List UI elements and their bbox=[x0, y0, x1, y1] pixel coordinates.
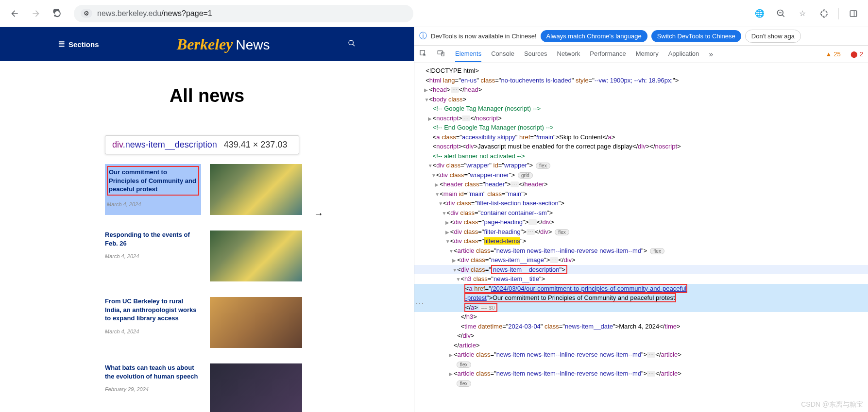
dom-tree-line[interactable]: </h3> bbox=[414, 312, 868, 322]
dont-show-button[interactable]: Don't show aga bbox=[745, 30, 801, 43]
site-logo[interactable]: Berkeley News bbox=[177, 35, 270, 53]
news-item: From UC Berkeley to rural India, an anth… bbox=[105, 289, 309, 356]
dom-tree-line[interactable]: ▼<article class="news-item news-item--in… bbox=[414, 246, 868, 256]
dom-tree-line[interactable]: <!-- alert banner not activated --> bbox=[414, 151, 868, 161]
news-item-image[interactable] bbox=[210, 297, 302, 348]
dom-tree-line[interactable]: ▶<head>⋯</head> bbox=[414, 85, 868, 95]
devtools-tab-performance[interactable]: Performance bbox=[590, 46, 626, 62]
more-tabs-icon[interactable]: » bbox=[709, 50, 713, 59]
hamburger-icon: ☰ bbox=[58, 40, 65, 49]
dom-tree-line[interactable]: <html lang="en-us" class="no-touchevents… bbox=[414, 76, 868, 85]
dom-tree-line[interactable]: </a> == $0 bbox=[414, 303, 868, 313]
news-item-title[interactable]: From UC Berkeley to rural India, an anth… bbox=[105, 297, 201, 323]
news-item-date: February 29, 2024 bbox=[105, 386, 201, 392]
inspect-element-icon[interactable] bbox=[419, 49, 427, 59]
url-bar[interactable]: ⚙ news.berkeley.edu/news?page=1 bbox=[74, 5, 413, 22]
reload-button[interactable] bbox=[49, 5, 66, 22]
elements-tree[interactable]: <!DOCTYPE html> <html lang="en-us" class… bbox=[414, 63, 868, 412]
match-language-button[interactable]: Always match Chrome's language bbox=[541, 30, 647, 42]
search-icon bbox=[348, 39, 356, 47]
devtools-tab-console[interactable]: Console bbox=[491, 46, 514, 62]
news-item-image[interactable] bbox=[210, 363, 302, 412]
devtools-tab-network[interactable]: Network bbox=[557, 46, 580, 62]
dom-tree-line[interactable]: ▼<body class> bbox=[414, 95, 868, 104]
dom-tree-line[interactable]: ▼<div class="news-item__description"> bbox=[414, 265, 868, 275]
dom-tree-line[interactable]: <noscript><div>Javascript must be enable… bbox=[414, 142, 868, 151]
dom-tree-line[interactable]: ▼<main id="main" class="main"> bbox=[414, 189, 868, 199]
switch-language-button[interactable]: Switch DevTools to Chinese bbox=[651, 30, 741, 42]
dom-tree-line[interactable]: <!DOCTYPE html> bbox=[414, 66, 868, 76]
dom-tree-line[interactable]: ▶<div class="page-heading">⋯</div> bbox=[414, 217, 868, 227]
overflow-indicator: ⋯ bbox=[414, 297, 425, 309]
news-item-description: From UC Berkeley to rural India, an anth… bbox=[105, 297, 201, 348]
dom-tree-line[interactable]: ▶<div class="news-item__image">⋯</div> bbox=[414, 255, 868, 265]
dom-tree-line[interactable]: <a class="accessibility skippy" href="#m… bbox=[414, 132, 868, 142]
tooltip-selector: div.news-item__description bbox=[112, 140, 217, 150]
extensions-icon[interactable] bbox=[815, 5, 833, 22]
dom-tree-line[interactable]: -protest">Our commitment to Principles o… bbox=[414, 293, 868, 303]
device-toolbar-icon[interactable] bbox=[437, 49, 445, 59]
dom-tree-line[interactable]: ▶<div class="filter-heading">⋯</div>flex bbox=[414, 227, 868, 237]
dom-tree-line[interactable]: <!-- Google Tag Manager (noscript) --> bbox=[414, 104, 868, 114]
page-title: All news bbox=[0, 85, 414, 106]
devtools-tab-application[interactable]: Application bbox=[668, 46, 699, 62]
dom-tree-line[interactable]: ▶<article class="news-item news-item--in… bbox=[414, 369, 868, 379]
news-item-date: March 4, 2024 bbox=[107, 201, 199, 207]
news-list: → div.news-item__description 439.41 × 23… bbox=[105, 135, 309, 412]
arrow-left-icon bbox=[10, 9, 19, 18]
sections-button[interactable]: ☰ Sections bbox=[58, 40, 99, 49]
dom-tree-line[interactable]: <!-- End Google Tag Manager (noscript) -… bbox=[414, 123, 868, 132]
dom-tree-line[interactable]: <a href="/2024/03/04/our-commitment-to-p… bbox=[414, 284, 868, 294]
devtools-tab-elements[interactable]: Elements bbox=[455, 46, 481, 62]
news-item-title[interactable]: Responding to the events of Feb. 26 bbox=[105, 231, 201, 247]
browser-toolbar: ⚙ news.berkeley.edu/news?page=1 🌐 ☆ bbox=[0, 0, 868, 27]
tooltip-dimensions: 439.41 × 237.03 bbox=[224, 140, 288, 150]
reload-icon bbox=[52, 9, 62, 18]
translate-icon[interactable]: 🌐 bbox=[751, 5, 768, 22]
banner-text: DevTools is now available in Chinese! bbox=[431, 33, 537, 40]
dom-tree-line[interactable]: ▼<div class="wrapper" id="wrapper">flex bbox=[414, 161, 868, 170]
warnings-badge[interactable]: ▲ 25 bbox=[825, 50, 840, 58]
devtools-language-banner: ⓘ DevTools is now available in Chinese! … bbox=[414, 27, 868, 46]
webpage-pane: ☰ Sections Berkeley News All news → div.… bbox=[0, 27, 414, 412]
dom-tree-line[interactable]: ▼<div class="container container--sm"> bbox=[414, 208, 868, 218]
devtools-tab-sources[interactable]: Sources bbox=[524, 46, 547, 62]
arrow-right-icon bbox=[31, 9, 41, 18]
news-item-title[interactable]: What bats can teach us about the evoluti… bbox=[105, 363, 201, 380]
site-info-icon[interactable]: ⚙ bbox=[81, 9, 92, 18]
search-button[interactable] bbox=[348, 39, 356, 49]
dom-tree-line[interactable]: ▼<h3 class="news-item__title"> bbox=[414, 274, 868, 284]
back-button[interactable] bbox=[6, 5, 23, 22]
dom-tree-line[interactable]: </article> bbox=[414, 341, 868, 350]
dom-tree-line[interactable]: ▶<noscript>⋯</noscript> bbox=[414, 114, 868, 123]
dom-tree-line[interactable]: <time datetime="2024-03-04" class="news-… bbox=[414, 322, 868, 331]
dom-tree-line[interactable]: ▶<article class="news-item news-item--in… bbox=[414, 350, 868, 360]
inspector-tooltip: div.news-item__description 439.41 × 237.… bbox=[105, 135, 299, 154]
info-icon: ⓘ bbox=[419, 31, 427, 41]
bookmark-icon[interactable]: ☆ bbox=[794, 5, 811, 22]
news-item-date: March 4, 2024 bbox=[105, 253, 201, 259]
sections-label: Sections bbox=[68, 40, 99, 49]
news-item-image[interactable] bbox=[210, 231, 302, 281]
site-header: ☰ Sections Berkeley News bbox=[0, 27, 414, 61]
dom-tree-line[interactable]: ▼<div class="filtered-items"> bbox=[414, 236, 868, 246]
svg-line-1 bbox=[783, 15, 784, 16]
dom-tree-line[interactable]: flex bbox=[414, 360, 868, 369]
forward-button[interactable] bbox=[27, 5, 45, 22]
zoom-out-icon[interactable] bbox=[772, 5, 790, 22]
news-item: Responding to the events of Feb. 26March… bbox=[105, 223, 309, 289]
news-item-image[interactable] bbox=[210, 164, 302, 215]
news-item-description: Responding to the events of Feb. 26March… bbox=[105, 231, 201, 281]
next-arrow-icon[interactable]: → bbox=[314, 208, 323, 219]
errors-badge[interactable]: ⬤ 2 bbox=[851, 50, 863, 58]
news-item-title[interactable]: Our commitment to Principles of Communit… bbox=[107, 166, 199, 196]
devtools-tabs: ElementsConsoleSourcesNetworkPerformance… bbox=[414, 46, 868, 63]
svg-rect-3 bbox=[850, 11, 857, 16]
dom-tree-line[interactable]: ▶<header class="header">⋯</header> bbox=[414, 180, 868, 189]
dom-tree-line[interactable]: ▼<div class="wrapper-inner">grid bbox=[414, 170, 868, 180]
dom-tree-line[interactable]: flex bbox=[414, 379, 868, 388]
dom-tree-line[interactable]: </div> bbox=[414, 331, 868, 341]
side-panel-icon[interactable] bbox=[845, 5, 862, 22]
devtools-tab-memory[interactable]: Memory bbox=[636, 46, 659, 62]
dom-tree-line[interactable]: ▼<div class="filter-list-section base-se… bbox=[414, 198, 868, 208]
